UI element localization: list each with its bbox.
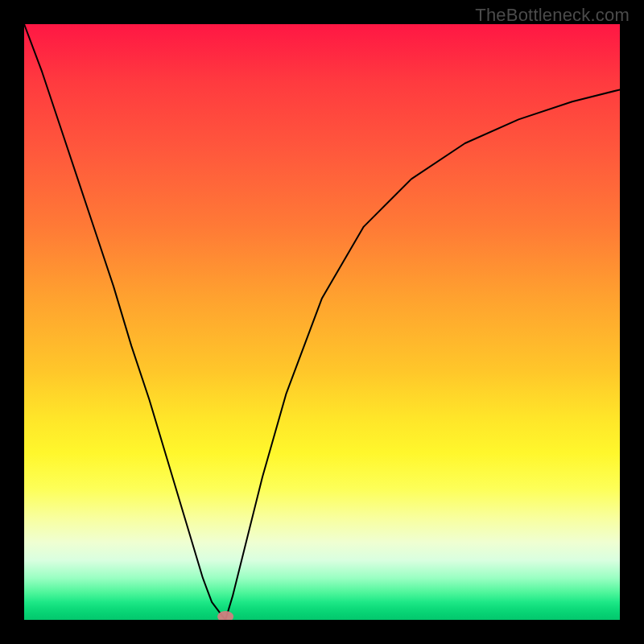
chart-frame: TheBottleneck.com <box>0 0 644 644</box>
plot-area <box>24 24 620 620</box>
chart-svg <box>24 24 620 620</box>
bottleneck-curve <box>24 24 620 620</box>
watermark-text: TheBottleneck.com <box>475 5 630 26</box>
